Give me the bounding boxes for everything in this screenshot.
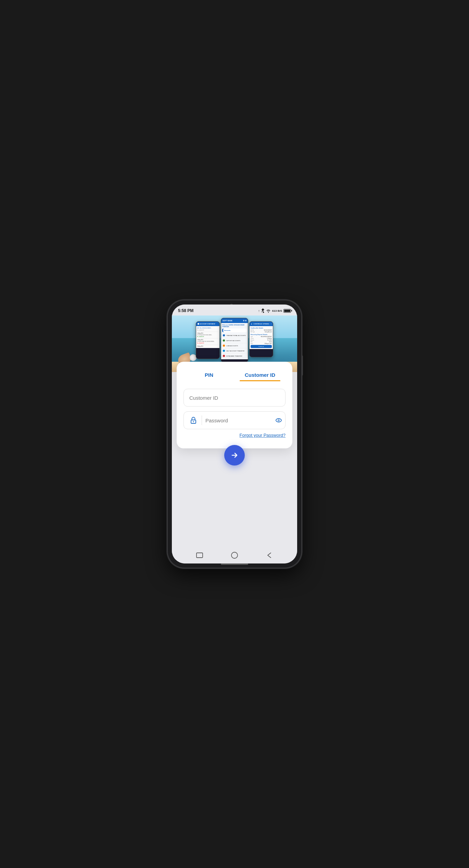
navigation-bar — [172, 547, 297, 563]
mini-phone-center: SOFT BANK Welcome DARNE DRYANESHWAR SHAN… — [221, 318, 248, 362]
circle-nav-icon — [231, 551, 238, 559]
status-icons: ↑ 613 B/S — [258, 308, 291, 313]
active-tab-underline — [240, 380, 280, 381]
triangle-nav-icon — [266, 551, 273, 559]
svg-rect-5 — [197, 553, 203, 558]
nav-back-button[interactable] — [264, 550, 275, 561]
divider-line — [202, 416, 202, 425]
forgot-password[interactable]: Forgot your Password? — [183, 432, 286, 438]
customer-id-field[interactable] — [183, 389, 286, 407]
tab-bar: PIN Customer ID — [183, 370, 286, 381]
bottom-area — [172, 466, 297, 547]
data-speed: 613 B/S — [272, 309, 282, 312]
app-content: ACCOUNT STATEMENT A/C No: 00101123002...… — [172, 315, 297, 547]
customer-id-input[interactable] — [189, 395, 280, 401]
svg-point-6 — [231, 552, 238, 558]
submit-button[interactable] — [224, 445, 245, 466]
square-nav-icon — [196, 552, 203, 558]
seashell-2 — [190, 354, 197, 361]
lock-icon — [189, 416, 198, 425]
tab-customer-id[interactable]: Customer ID — [234, 370, 286, 381]
nav-home-button[interactable] — [229, 550, 240, 561]
phone-mockups: ACCOUNT STATEMENT A/C No: 00101123002...… — [196, 318, 273, 362]
tab-customer-id-label: Customer ID — [245, 372, 275, 378]
phone-device: 5:58 PM ↑ 613 B/S — [168, 300, 301, 568]
password-field[interactable] — [183, 411, 286, 429]
home-indicator — [221, 563, 248, 565]
upload-icon: ↑ — [258, 309, 260, 313]
login-card: PIN Customer ID — [177, 362, 292, 448]
eye-icon[interactable] — [274, 416, 283, 425]
phone-screen: 5:58 PM ↑ 613 B/S — [172, 305, 297, 563]
status-bar: 5:58 PM ↑ 613 B/S — [172, 305, 297, 315]
battery-indicator — [283, 309, 291, 313]
status-time: 5:58 PM — [178, 308, 193, 313]
wifi-icon — [266, 309, 271, 313]
mini-phone-right: ◀ CONFIRM A/C OPENING ≡ Confirm A/c Deta… — [249, 321, 273, 357]
password-input[interactable] — [205, 418, 270, 423]
mini-phone-left: ACCOUNT STATEMENT A/C No: 00101123002...… — [196, 321, 220, 359]
bluetooth-icon — [261, 308, 265, 313]
nav-recent-button[interactable] — [194, 550, 205, 561]
svg-point-4 — [278, 420, 279, 421]
svg-point-1 — [193, 421, 194, 422]
tab-pin[interactable]: PIN — [183, 370, 234, 381]
tab-pin-label: PIN — [205, 372, 213, 378]
forgot-password-link[interactable]: Forgot your Password? — [240, 433, 286, 438]
arrow-right-icon — [230, 451, 239, 459]
